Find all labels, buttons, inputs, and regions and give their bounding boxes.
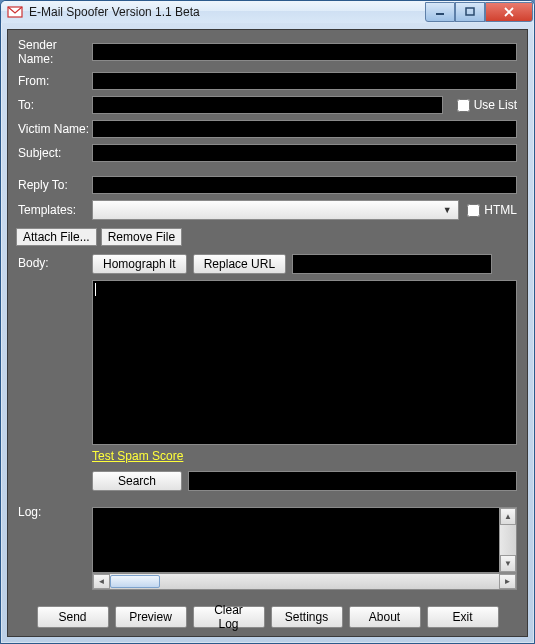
from-label: From: xyxy=(18,74,92,88)
remove-file-button[interactable]: Remove File xyxy=(101,228,182,246)
log-textarea[interactable]: ▲ ▼ xyxy=(92,507,517,573)
app-window: E-Mail Spoofer Version 1.1 Beta Sender N… xyxy=(0,0,535,644)
replace-url-button[interactable]: Replace URL xyxy=(193,254,286,274)
to-field[interactable] xyxy=(92,96,443,114)
attach-file-button[interactable]: Attach File... xyxy=(16,228,97,246)
settings-button[interactable]: Settings xyxy=(271,606,343,628)
templates-select[interactable]: ▼ xyxy=(92,200,459,220)
window-title: E-Mail Spoofer Version 1.1 Beta xyxy=(29,5,425,19)
exit-button[interactable]: Exit xyxy=(427,606,499,628)
search-field[interactable] xyxy=(188,471,517,491)
clear-log-button[interactable]: Clear Log xyxy=(193,606,265,628)
log-scrollbar-horizontal[interactable]: ◄ ► xyxy=(92,573,517,590)
scroll-right-icon[interactable]: ► xyxy=(499,574,516,589)
body-label: Body: xyxy=(18,254,92,270)
subject-field[interactable] xyxy=(92,144,517,162)
maximize-button[interactable] xyxy=(455,2,485,22)
scroll-thumb[interactable] xyxy=(110,575,160,588)
svg-rect-1 xyxy=(436,13,444,15)
body-textarea[interactable] xyxy=(92,280,517,445)
log-label: Log: xyxy=(18,503,92,519)
homograph-button[interactable]: Homograph It xyxy=(92,254,187,274)
from-field[interactable] xyxy=(92,72,517,90)
html-label: HTML xyxy=(484,203,517,217)
scroll-track[interactable] xyxy=(110,574,499,589)
minimize-button[interactable] xyxy=(425,2,455,22)
to-label: To: xyxy=(18,98,92,112)
victim-name-field[interactable] xyxy=(92,120,517,138)
scroll-down-icon[interactable]: ▼ xyxy=(500,555,516,572)
test-spam-score-link[interactable]: Test Spam Score xyxy=(92,449,517,463)
app-icon xyxy=(7,4,23,20)
templates-label: Templates: xyxy=(18,203,92,217)
send-button[interactable]: Send xyxy=(37,606,109,628)
chevron-down-icon: ▼ xyxy=(438,202,456,218)
titlebar[interactable]: E-Mail Spoofer Version 1.1 Beta xyxy=(1,1,534,23)
search-button[interactable]: Search xyxy=(92,471,182,491)
log-scrollbar-vertical[interactable]: ▲ ▼ xyxy=(499,508,516,572)
victim-name-label: Victim Name: xyxy=(18,122,92,136)
use-list-label: Use List xyxy=(474,98,517,112)
reply-to-field[interactable] xyxy=(92,176,517,194)
use-list-checkbox-input[interactable] xyxy=(457,99,470,112)
scroll-up-icon[interactable]: ▲ xyxy=(500,508,516,525)
replace-url-field[interactable] xyxy=(292,254,492,274)
use-list-checkbox[interactable]: Use List xyxy=(457,98,517,112)
html-checkbox-input[interactable] xyxy=(467,204,480,217)
scroll-left-icon[interactable]: ◄ xyxy=(93,574,110,589)
bottom-button-bar: Send Preview Clear Log Settings About Ex… xyxy=(18,606,517,628)
text-cursor xyxy=(95,283,96,296)
client-area: Sender Name: From: To: Use List Victim N… xyxy=(7,29,528,637)
preview-button[interactable]: Preview xyxy=(115,606,187,628)
html-checkbox[interactable]: HTML xyxy=(467,203,517,217)
reply-to-label: Reply To: xyxy=(18,178,92,192)
window-controls xyxy=(425,2,533,22)
svg-rect-2 xyxy=(466,8,474,15)
sender-name-label: Sender Name: xyxy=(18,38,92,66)
subject-label: Subject: xyxy=(18,146,92,160)
close-button[interactable] xyxy=(485,2,533,22)
about-button[interactable]: About xyxy=(349,606,421,628)
sender-name-field[interactable] xyxy=(92,43,517,61)
